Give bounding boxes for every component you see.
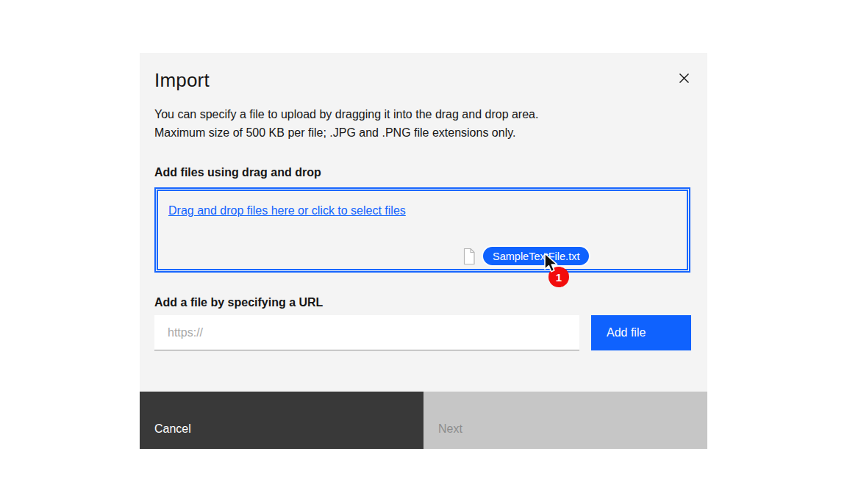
import-modal: Import You can specify a file to upload … [140,53,707,449]
modal-description: You can specify a file to upload by drag… [154,106,560,142]
dropzone-select-files-link[interactable]: Drag and drop files here or click to sel… [168,204,406,217]
modal-title: Import [154,69,210,91]
add-file-button[interactable]: Add file [591,315,691,350]
page-background: Import You can specify a file to upload … [0,0,847,504]
dragged-file-name: SampleTextFile.txt [493,251,579,262]
url-section-label: Add a file by specifying a URL [154,296,323,309]
file-dropzone[interactable]: Drag and drop files here or click to sel… [154,187,690,273]
dragged-file-chip[interactable]: SampleTextFile.txt [482,245,590,267]
close-icon [679,73,690,84]
next-button-disabled[interactable]: Next [424,392,707,449]
drag-drop-section-label: Add files using drag and drop [154,166,321,179]
mouse-pointer-icon [543,252,559,277]
close-button[interactable] [671,65,697,91]
url-input[interactable] [154,315,579,350]
document-file-icon [462,248,476,268]
cancel-button[interactable]: Cancel [140,392,424,449]
url-input-row: Add file [140,315,707,350]
modal-footer: Cancel Next [140,392,707,449]
